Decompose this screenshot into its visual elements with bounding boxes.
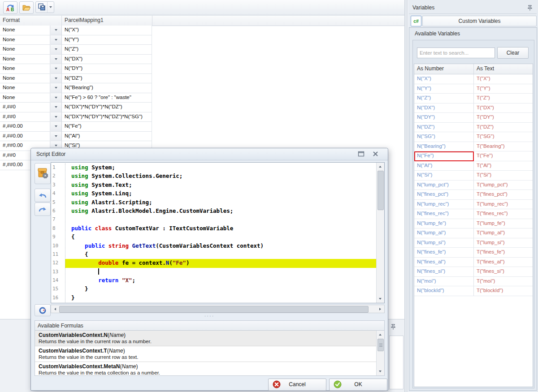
as-text-cell[interactable]: T("fines_fe") (474, 248, 533, 258)
as-text-cell[interactable]: T("lump_pct") (474, 181, 533, 190)
format-cell[interactable]: None (0, 93, 50, 103)
format-cell[interactable]: None (0, 83, 50, 93)
as-number-cell[interactable]: N("X") (414, 74, 474, 84)
format-dropdown-button[interactable] (50, 83, 62, 93)
panel-resize-grip[interactable]: ···· (31, 314, 388, 319)
format-dropdown-button[interactable] (50, 64, 62, 74)
as-text-cell[interactable]: T("lump_al") (474, 228, 533, 238)
rename-mapping-button[interactable]: A B (3, 1, 17, 14)
as-text-cell[interactable]: T("fines_al") (474, 258, 533, 267)
ok-button[interactable]: OK (329, 379, 387, 391)
as-number-cell[interactable]: N("Si") (414, 171, 474, 181)
as-number-cell[interactable]: N("lump_pct") (414, 181, 474, 190)
scroll-up-arrow[interactable] (377, 331, 384, 338)
scrollbar-thumb[interactable] (377, 171, 384, 210)
as-number-cell[interactable]: N("DX") (414, 103, 474, 113)
csharp-icon[interactable]: c# (411, 16, 421, 26)
formula-cell[interactable]: N("Fe") > 60 ? "ore" : "waste" (62, 93, 152, 103)
editor-horizontal-scrollbar[interactable] (51, 305, 385, 313)
as-number-cell[interactable]: N("DZ") (414, 123, 474, 133)
column-header-format[interactable]: Format (0, 16, 62, 26)
format-cell[interactable]: None (0, 45, 50, 55)
as-text-cell[interactable]: T("Bearing") (474, 142, 533, 152)
format-dropdown-button[interactable] (50, 55, 62, 65)
restore-window-icon[interactable] (358, 151, 364, 157)
format-dropdown-button[interactable] (50, 35, 62, 45)
editor-vertical-scrollbar[interactable] (376, 163, 384, 303)
as-number-cell[interactable]: N("DY") (414, 113, 474, 123)
format-dropdown-button[interactable] (50, 93, 62, 103)
as-number-cell[interactable]: N("lump_al") (414, 228, 474, 238)
format-cell[interactable]: #,##0.00 (0, 122, 50, 132)
as-number-cell[interactable]: N("lump_fe") (414, 219, 474, 229)
script-settings-button[interactable] (35, 163, 51, 184)
as-number-cell[interactable]: N("moi") (414, 277, 474, 287)
as-text-cell[interactable]: T("fines_rec") (474, 209, 533, 219)
undo-button[interactable] (35, 189, 51, 202)
as-number-cell[interactable]: N("fines_si") (414, 267, 474, 277)
as-number-cell[interactable]: N("fines_rec") (414, 209, 474, 219)
format-cell[interactable]: #,##0 (0, 112, 50, 122)
format-cell[interactable]: #,##0 (0, 103, 50, 112)
as-text-cell[interactable]: T("blockId") (474, 286, 533, 296)
scroll-down-arrow[interactable] (377, 368, 384, 375)
scrollbar-thumb[interactable] (377, 339, 384, 351)
column-header-as-number[interactable]: As Number (414, 64, 474, 74)
formula-cell[interactable]: N("X") (62, 26, 152, 35)
scroll-right-arrow[interactable] (377, 305, 384, 313)
format-dropdown-button[interactable] (50, 26, 62, 35)
as-text-cell[interactable]: T("fines_si") (474, 267, 533, 277)
redo-button[interactable] (35, 202, 51, 216)
save-dropdown-arrow[interactable] (47, 2, 54, 13)
formula-cell[interactable]: N("DY") (62, 64, 152, 74)
as-text-cell[interactable]: T("X") (474, 74, 533, 84)
scroll-left-arrow[interactable] (52, 305, 59, 313)
as-number-cell[interactable]: N("fines_al") (414, 258, 474, 267)
format-cell[interactable]: None (0, 26, 50, 35)
format-dropdown-button[interactable] (50, 132, 62, 142)
clear-button[interactable]: Clear (497, 47, 529, 59)
pin-icon[interactable] (526, 4, 534, 12)
close-icon[interactable] (372, 151, 379, 157)
formula-item[interactable]: CustomVariablesContext.T(Name)Returns th… (35, 346, 377, 362)
as-text-cell[interactable]: T("DY") (474, 113, 533, 123)
format-cell[interactable]: None (0, 64, 50, 74)
as-text-cell[interactable]: T("Z") (474, 94, 533, 103)
format-cell[interactable]: None (0, 35, 50, 45)
formula-cell[interactable]: N("DX")*N("DY")*N("DZ") (62, 103, 152, 112)
as-number-cell[interactable]: N("Fe") (414, 151, 474, 161)
as-number-cell[interactable]: N("SG") (414, 132, 474, 142)
formula-cell[interactable]: N("Bearing") (62, 83, 152, 93)
column-header-as-text[interactable]: As Text (474, 64, 533, 74)
format-cell[interactable]: #,##0.00 (0, 132, 50, 142)
search-input[interactable] (417, 47, 495, 58)
format-dropdown-button[interactable] (50, 45, 62, 55)
as-number-cell[interactable]: N("fines_pct") (414, 190, 474, 200)
scroll-up-arrow[interactable] (377, 163, 384, 170)
as-number-cell[interactable]: N("Al") (414, 161, 474, 171)
as-text-cell[interactable]: T("SG") (474, 132, 533, 142)
formula-item[interactable]: CustomVariablesContext.N(Name)Returns th… (35, 331, 377, 346)
format-dropdown-button[interactable] (50, 122, 62, 132)
as-text-cell[interactable]: T("DZ") (474, 123, 533, 133)
formulas-vertical-scrollbar[interactable] (376, 331, 384, 375)
format-dropdown-button[interactable] (50, 74, 62, 84)
formula-cell[interactable]: N("DZ") (62, 74, 152, 84)
as-text-cell[interactable]: T("lump_rec") (474, 200, 533, 210)
as-text-cell[interactable]: T("lump_fe") (474, 219, 533, 229)
as-text-cell[interactable]: T("DX") (474, 103, 533, 113)
as-text-cell[interactable]: T("lump_si") (474, 238, 533, 248)
format-dropdown-button[interactable] (50, 112, 62, 122)
formula-cell[interactable]: N("Y") (62, 35, 152, 45)
formula-item[interactable]: CustomVariablesContext.MetaN(Name)Return… (35, 362, 377, 376)
cancel-button[interactable]: Cancel (268, 379, 326, 391)
panel-splitter[interactable] (404, 0, 408, 392)
formula-cell[interactable]: N("Fe") (62, 122, 152, 132)
formula-cell[interactable]: N("Z") (62, 45, 152, 55)
save-button[interactable] (35, 1, 54, 13)
as-text-cell[interactable]: T("fines_pct") (474, 190, 533, 200)
formula-cell[interactable]: N("DX") (62, 55, 152, 65)
as-number-cell[interactable]: N("fines_fe") (414, 248, 474, 258)
as-text-cell[interactable]: T("moi") (474, 277, 533, 287)
pin-icon[interactable] (389, 323, 397, 331)
